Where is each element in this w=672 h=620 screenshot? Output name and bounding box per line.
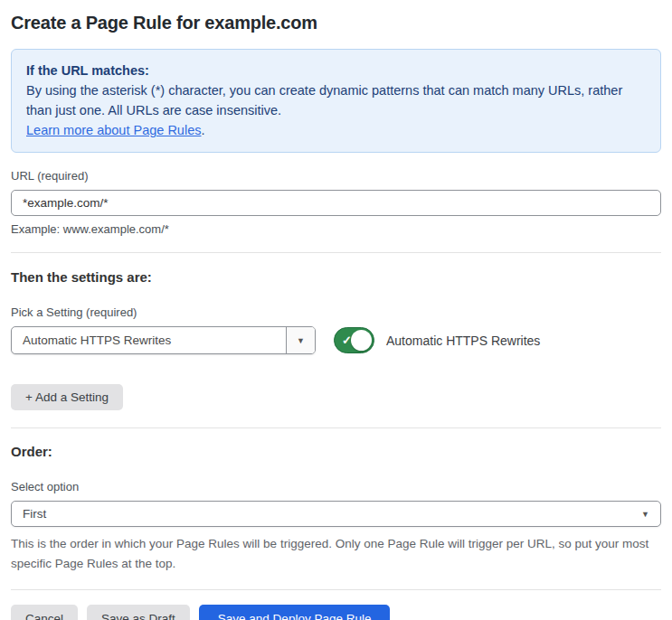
setting-dropdown-button[interactable]: ▼: [286, 327, 315, 353]
footer-actions: Cancel Save as Draft Save and Deploy Pag…: [11, 605, 661, 620]
setting-dropdown[interactable]: Automatic HTTPS Rewrites ▼: [11, 326, 316, 354]
order-helper-text: This is the order in which your Page Rul…: [11, 534, 661, 574]
save-and-deploy-button[interactable]: Save and Deploy Page Rule: [199, 605, 391, 620]
url-input[interactable]: [11, 190, 661, 216]
setting-dropdown-value: Automatic HTTPS Rewrites: [12, 327, 286, 353]
https-rewrites-toggle[interactable]: ✓: [334, 327, 374, 353]
page-title: Create a Page Rule for example.com: [11, 13, 661, 33]
select-option-label: Select option: [11, 480, 661, 493]
url-match-info-box: If the URL matches: By using the asteris…: [11, 49, 661, 153]
order-select-value: First: [23, 507, 46, 521]
divider: [11, 427, 661, 428]
chevron-down-icon: ▼: [641, 510, 649, 519]
link-suffix: .: [201, 123, 204, 137]
toggle-knob: [351, 330, 372, 351]
info-box-heading: If the URL matches:: [26, 61, 646, 80]
cancel-button[interactable]: Cancel: [11, 605, 78, 620]
url-example-helper: Example: www.example.com/*: [11, 222, 661, 236]
divider: [11, 252, 661, 253]
learn-more-link[interactable]: Learn more about Page Rules: [26, 123, 201, 137]
toggle-label: Automatic HTTPS Rewrites: [386, 333, 540, 348]
pick-setting-label: Pick a Setting (required): [11, 305, 661, 319]
order-section-heading: Order:: [11, 444, 661, 459]
settings-section-heading: Then the settings are:: [11, 269, 661, 285]
info-box-body: By using the asterisk (*) character, you…: [26, 80, 646, 120]
setting-row: Automatic HTTPS Rewrites ▼ ✓ Automatic H…: [11, 326, 661, 354]
order-select[interactable]: First ▼: [11, 501, 661, 527]
info-box-link-line: Learn more about Page Rules.: [26, 120, 646, 140]
add-setting-button[interactable]: + Add a Setting: [11, 384, 123, 410]
divider: [11, 589, 661, 590]
url-field-label: URL (required): [11, 169, 661, 183]
create-page-rule-panel: Create a Page Rule for example.com If th…: [0, 0, 672, 620]
save-as-draft-button[interactable]: Save as Draft: [87, 605, 190, 620]
chevron-down-icon: ▼: [297, 336, 305, 345]
